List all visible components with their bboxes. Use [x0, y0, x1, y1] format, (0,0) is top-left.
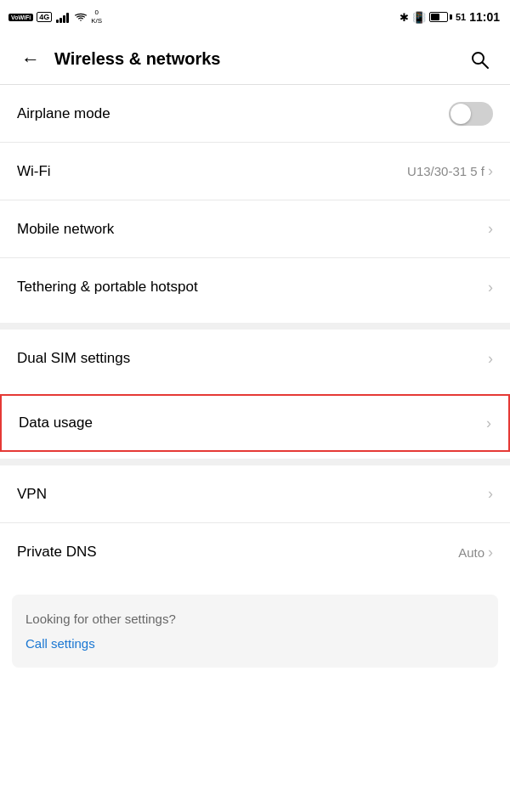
data-usage-chevron-icon: › [486, 414, 491, 432]
private-dns-label-container: Private DNS [17, 544, 97, 561]
group-separator-2 [0, 459, 510, 465]
mobile-network-label: Mobile network [17, 221, 114, 238]
wifi-signal [74, 12, 88, 22]
vpn-item[interactable]: VPN › [0, 465, 510, 523]
bottom-card-text: Looking for other settings? [26, 612, 484, 626]
wifi-icon [74, 12, 88, 22]
lte-badge: 4G [37, 12, 52, 22]
time-display: 11:01 [469, 10, 500, 24]
vpn-chevron-container: › [488, 485, 493, 503]
battery-tip [450, 14, 452, 20]
data-usage-item[interactable]: Data usage › [0, 394, 510, 452]
tethering-item[interactable]: Tethering & portable hotspot › [0, 258, 510, 316]
signal-bar-4 [66, 13, 69, 23]
wifi-label-container: Wi-Fi [17, 163, 51, 180]
airplane-mode-toggle[interactable] [449, 102, 493, 126]
tethering-label-container: Tethering & portable hotspot [17, 279, 198, 296]
tethering-chevron-icon: › [488, 279, 493, 296]
vibrate-icon: 📳 [412, 11, 426, 24]
wifi-chevron-icon: › [488, 162, 493, 180]
back-button[interactable]: ← [14, 42, 48, 76]
dual-sim-label: Dual SIM settings [17, 350, 130, 367]
airplane-mode-item[interactable]: Airplane mode [0, 85, 510, 143]
signal-bar-3 [63, 15, 65, 23]
bottom-card: Looking for other settings? Call setting… [12, 595, 498, 668]
tethering-chevron-container: › [488, 279, 493, 296]
airplane-mode-toggle-container [449, 102, 493, 126]
svg-line-1 [483, 62, 489, 68]
data-usage-label-container: Data usage [19, 414, 93, 431]
section-data: Data usage › [0, 394, 510, 452]
private-dns-value-container: Auto › [458, 544, 493, 561]
airplane-mode-label-container: Airplane mode [17, 105, 110, 122]
private-dns-item[interactable]: Private DNS Auto › [0, 523, 510, 581]
battery-percent: 51 [456, 12, 466, 22]
settings-list: Airplane mode Wi-Fi U13/30-31 5 f › Mobi… [0, 85, 510, 668]
status-bar-right: ✱ 📳 51 11:01 [400, 10, 500, 24]
signal-bars [56, 11, 69, 23]
battery-fill [431, 14, 439, 20]
signal-bar-2 [60, 18, 62, 23]
airplane-mode-label: Airplane mode [17, 105, 110, 122]
section-network: Airplane mode Wi-Fi U13/30-31 5 f › Mobi… [0, 85, 510, 316]
mobile-network-chevron-container: › [488, 220, 493, 238]
wifi-label: Wi-Fi [17, 163, 51, 180]
vpn-label: VPN [17, 486, 47, 503]
back-arrow-icon: ← [21, 48, 40, 70]
dual-sim-item[interactable]: Dual SIM settings › [0, 330, 510, 387]
group-separator-1 [0, 323, 510, 330]
bluetooth-icon: ✱ [400, 11, 409, 24]
dual-sim-chevron-icon: › [488, 350, 493, 368]
data-usage-chevron-container: › [486, 414, 491, 432]
toggle-thumb [450, 104, 471, 124]
page-title: Wireless & networks [54, 49, 462, 69]
data-speed: 0 K/S [91, 8, 102, 25]
signal-bar-1 [56, 20, 59, 23]
header: ← Wireless & networks [0, 34, 510, 85]
status-bar: VoWiFi 4G 0 K/S ✱ 📳 [0, 0, 510, 34]
wifi-value-container: U13/30-31 5 f › [407, 162, 493, 180]
vpn-chevron-icon: › [488, 485, 493, 503]
mobile-network-item[interactable]: Mobile network › [0, 200, 510, 258]
battery-body [429, 12, 448, 22]
mobile-network-chevron-icon: › [488, 220, 493, 238]
call-settings-link[interactable]: Call settings [26, 636, 484, 651]
private-dns-value: Auto [458, 545, 484, 560]
vpn-label-container: VPN [17, 486, 47, 503]
search-icon [469, 49, 490, 70]
data-usage-label: Data usage [19, 414, 93, 431]
battery-container [429, 12, 452, 22]
section-vpn-dns: VPN › Private DNS Auto › [0, 465, 510, 581]
dual-sim-chevron-container: › [488, 350, 493, 368]
vowifi-badge: VoWiFi [8, 14, 33, 21]
dual-sim-label-container: Dual SIM settings [17, 350, 130, 367]
search-button[interactable] [462, 42, 496, 76]
section-sim: Dual SIM settings › [0, 330, 510, 387]
status-bar-left: VoWiFi 4G 0 K/S [8, 8, 102, 25]
private-dns-label: Private DNS [17, 544, 97, 561]
private-dns-chevron-icon: › [488, 544, 493, 561]
wifi-value: U13/30-31 5 f [407, 164, 484, 178]
mobile-network-label-container: Mobile network [17, 221, 114, 238]
tethering-label: Tethering & portable hotspot [17, 279, 198, 296]
wifi-item[interactable]: Wi-Fi U13/30-31 5 f › [0, 143, 510, 200]
